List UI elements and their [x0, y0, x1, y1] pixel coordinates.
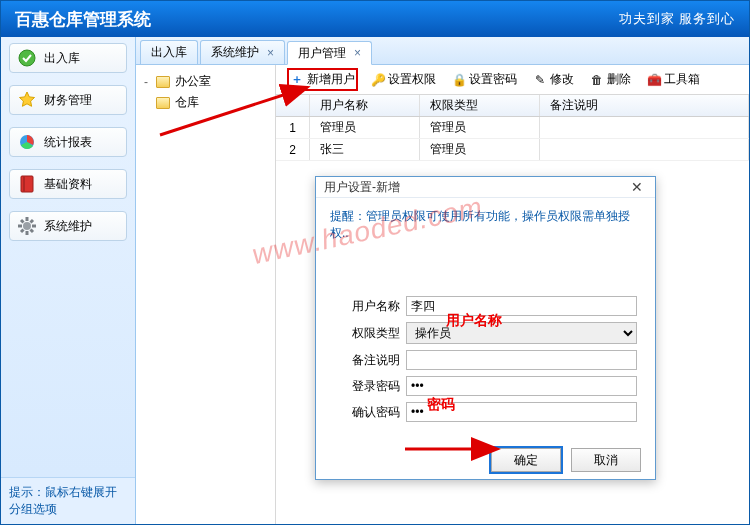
set-password-button[interactable]: 🔒设置密码	[452, 71, 517, 88]
gear-icon	[18, 217, 36, 235]
dialog-title: 用户设置-新增	[324, 179, 400, 196]
sidebar-item-label: 出入库	[44, 50, 80, 67]
tab-stock[interactable]: 出入库	[140, 40, 198, 64]
chart-pie-icon	[18, 133, 36, 151]
star-icon	[18, 91, 36, 109]
dialog-titlebar: 用户设置-新增 ✕	[316, 177, 655, 198]
svg-line-10	[31, 230, 34, 233]
tab-system[interactable]: 系统维护×	[200, 40, 285, 64]
tab-bar: 出入库 系统维护× 用户管理×	[136, 37, 749, 65]
svg-point-0	[19, 50, 35, 66]
user-settings-dialog: 用户设置-新增 ✕ 提醒：管理员权限可使用所有功能，操作员权限需单独授权.. 用…	[315, 176, 656, 480]
tree-panel: -办公室 仓库	[136, 65, 276, 524]
trash-icon: 🗑	[590, 73, 604, 87]
note-label: 备注说明	[334, 352, 400, 369]
lock-icon: 🔒	[452, 73, 466, 87]
table-header: 用户名称 权限类型 备注说明	[276, 95, 749, 117]
sidebar-item-finance[interactable]: 财务管理	[9, 85, 127, 115]
sidebar-item-stock[interactable]: 出入库	[9, 43, 127, 73]
key-icon: 🔑	[371, 73, 385, 87]
check-circle-icon	[18, 49, 36, 67]
sidebar-item-label: 财务管理	[44, 92, 92, 109]
add-user-button[interactable]: ＋新增用户	[290, 71, 355, 88]
app-title: 百惠仓库管理系统	[15, 8, 151, 31]
tree-item-office[interactable]: -办公室	[140, 71, 271, 92]
svg-line-9	[21, 220, 24, 223]
close-icon[interactable]: ✕	[627, 177, 647, 197]
plus-icon: ＋	[290, 73, 304, 87]
pencil-icon: ✎	[533, 73, 547, 87]
toolbox-icon: 🧰	[647, 73, 661, 87]
role-label: 权限类型	[334, 325, 400, 342]
note-input[interactable]	[406, 350, 637, 370]
sidebar-item-base[interactable]: 基础资料	[9, 169, 127, 199]
svg-point-4	[23, 222, 31, 230]
sidebar-item-label: 基础资料	[44, 176, 92, 193]
close-icon[interactable]: ×	[267, 46, 274, 60]
app-slogan: 功夫到家 服务到心	[619, 10, 735, 28]
svg-line-12	[21, 230, 24, 233]
table-row[interactable]: 2 张三 管理员	[276, 139, 749, 161]
sidebar-item-label: 统计报表	[44, 134, 92, 151]
toolbar: ＋新增用户 🔑设置权限 🔒设置密码 ✎修改 🗑删除 🧰工具箱	[276, 65, 749, 95]
sidebar: 出入库 财务管理 统计报表 基础资料 系统维护 提示：鼠标右键展开分组选项	[1, 37, 136, 524]
cancel-button[interactable]: 取消	[571, 448, 641, 472]
folder-icon	[156, 97, 170, 109]
tree-item-warehouse[interactable]: 仓库	[140, 92, 271, 113]
folder-icon	[156, 76, 170, 88]
confirm-password-label: 确认密码	[334, 404, 400, 421]
collapse-icon[interactable]: -	[144, 75, 154, 89]
role-select[interactable]: 操作员	[406, 322, 637, 344]
toolbox-button[interactable]: 🧰工具箱	[647, 71, 700, 88]
svg-rect-2	[21, 176, 33, 192]
tab-users[interactable]: 用户管理×	[287, 41, 372, 65]
close-icon[interactable]: ×	[354, 46, 361, 60]
delete-button[interactable]: 🗑删除	[590, 71, 631, 88]
username-input[interactable]	[406, 296, 637, 316]
book-icon	[18, 175, 36, 193]
edit-button[interactable]: ✎修改	[533, 71, 574, 88]
ok-button[interactable]: 确定	[491, 448, 561, 472]
sidebar-item-label: 系统维护	[44, 218, 92, 235]
svg-rect-3	[23, 176, 25, 192]
username-label: 用户名称	[334, 298, 400, 315]
sidebar-item-report[interactable]: 统计报表	[9, 127, 127, 157]
table-row[interactable]: 1 管理员 管理员	[276, 117, 749, 139]
dialog-hint: 提醒：管理员权限可使用所有功能，操作员权限需单独授权..	[316, 198, 655, 246]
svg-line-11	[31, 220, 34, 223]
confirm-password-input[interactable]	[406, 402, 637, 422]
password-input[interactable]	[406, 376, 637, 396]
password-label: 登录密码	[334, 378, 400, 395]
sidebar-item-system[interactable]: 系统维护	[9, 211, 127, 241]
sidebar-footer-hint: 提示：鼠标右键展开分组选项	[1, 477, 135, 524]
set-permission-button[interactable]: 🔑设置权限	[371, 71, 436, 88]
title-bar: 百惠仓库管理系统 功夫到家 服务到心	[1, 1, 749, 37]
